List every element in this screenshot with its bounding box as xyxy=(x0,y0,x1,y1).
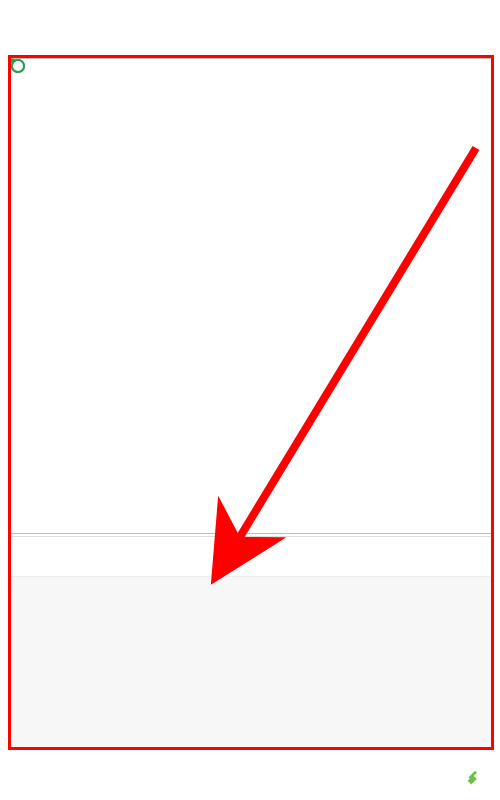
shovel-logo-icon xyxy=(464,768,486,790)
status-bar xyxy=(0,38,500,42)
border-style-panel xyxy=(10,536,492,746)
spreadsheet-grid[interactable] xyxy=(10,58,492,534)
selection-handle-bottom-right[interactable] xyxy=(11,59,25,73)
watermark xyxy=(464,768,490,790)
panel-header xyxy=(10,537,492,577)
